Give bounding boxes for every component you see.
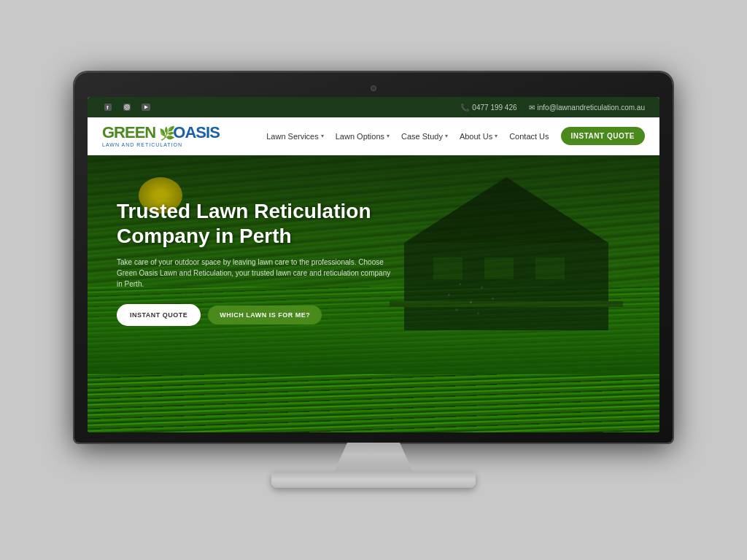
nav-links: Lawn Services ▾ Lawn Options ▾ Case Stud… xyxy=(266,127,645,145)
dropdown-arrow-icon: ▾ xyxy=(387,133,390,139)
facebook-icon[interactable]: f xyxy=(102,101,114,113)
email-icon: ✉ xyxy=(529,104,535,112)
topbar-social-links: f xyxy=(102,101,152,113)
svg-point-5 xyxy=(128,105,129,106)
topbar-contact-info: 📞 0477 199 426 ✉ info@lawnandreticulatio… xyxy=(460,104,645,112)
site-logo[interactable]: GREEN 🌿OASIS LAWN AND RETICULATION xyxy=(102,125,220,147)
dropdown-arrow-icon: ▾ xyxy=(445,133,448,139)
hero-section: Trusted Lawn Reticulation Company in Per… xyxy=(88,155,659,432)
logo-oasis-text: OASIS xyxy=(173,123,219,141)
email-contact[interactable]: ✉ info@lawnandreticulation.com.au xyxy=(529,104,645,112)
logo-subtitle: LAWN AND RETICULATION xyxy=(102,142,182,147)
logo-text: GREEN 🌿OASIS xyxy=(102,125,220,141)
monitor-bezel: f xyxy=(74,72,673,443)
hero-title: Trusted Lawn Reticulation Company in Per… xyxy=(117,199,394,248)
phone-icon: 📞 xyxy=(460,104,469,112)
dropdown-arrow-icon: ▾ xyxy=(495,133,498,139)
nav-lawn-options[interactable]: Lawn Options ▾ xyxy=(336,132,390,141)
nav-about-us[interactable]: About Us ▾ xyxy=(460,132,498,141)
site-topbar: f xyxy=(88,97,659,117)
hero-description: Take care of your outdoor space by leavi… xyxy=(117,257,394,289)
hero-which-lawn-button[interactable]: WHICH LAWN IS FOR ME? xyxy=(208,306,322,324)
hero-content: Trusted Lawn Reticulation Company in Per… xyxy=(117,199,394,326)
svg-marker-8 xyxy=(404,177,608,243)
hero-instant-quote-button[interactable]: INSTANT QUOTE xyxy=(117,304,201,326)
svg-rect-12 xyxy=(484,257,514,279)
monitor-camera xyxy=(371,85,376,91)
nav-instant-quote-button[interactable]: INSTANT QUOTE xyxy=(561,127,645,145)
dropdown-arrow-icon: ▾ xyxy=(321,133,324,139)
hero-buttons: INSTANT QUOTE WHICH LAWN IS FOR ME? xyxy=(117,304,394,326)
monitor-frame: f xyxy=(74,72,673,488)
email-address: info@lawnandreticulation.com.au xyxy=(538,104,645,112)
svg-rect-10 xyxy=(390,301,623,307)
svg-text:f: f xyxy=(107,104,109,111)
site-navbar: GREEN 🌿OASIS LAWN AND RETICULATION Lawn … xyxy=(88,117,659,155)
house-silhouette xyxy=(390,170,623,333)
monitor-stand-base xyxy=(271,472,476,488)
nav-contact-us[interactable]: Contact Us xyxy=(509,132,549,141)
phone-contact[interactable]: 📞 0477 199 426 xyxy=(460,104,516,112)
logo-green-text: GREEN xyxy=(102,123,159,141)
nav-case-study[interactable]: Case Study ▾ xyxy=(401,132,448,141)
instagram-icon[interactable] xyxy=(121,101,133,113)
nav-lawn-services[interactable]: Lawn Services ▾ xyxy=(266,132,324,141)
youtube-icon[interactable] xyxy=(140,101,152,113)
svg-rect-11 xyxy=(433,257,462,279)
phone-number: 0477 199 426 xyxy=(472,104,516,112)
monitor-stand-neck xyxy=(330,443,417,472)
svg-rect-9 xyxy=(404,243,608,330)
monitor-screen: f xyxy=(88,97,659,432)
svg-rect-13 xyxy=(535,257,565,279)
